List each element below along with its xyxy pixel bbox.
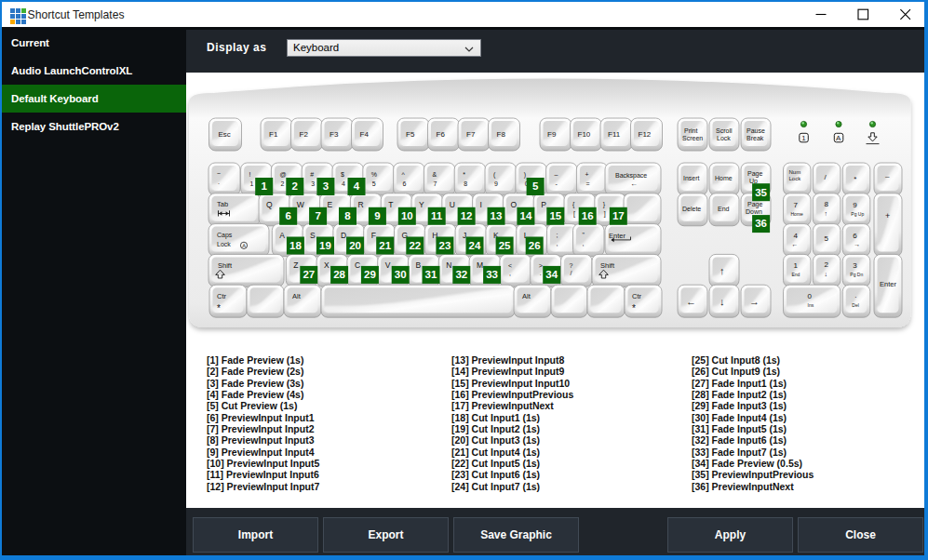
svg-text:*: * — [854, 175, 856, 183]
svg-text:Caps: Caps — [217, 232, 233, 239]
svg-text:2: 2 — [824, 260, 828, 269]
svg-text:23: 23 — [439, 240, 451, 251]
svg-text:#: # — [310, 171, 314, 178]
svg-text:–: – — [885, 172, 890, 180]
svg-text:19: 19 — [319, 240, 331, 251]
svg-text:X: X — [324, 260, 330, 270]
svg-text:1: 1 — [801, 134, 806, 142]
svg-text:Break: Break — [746, 135, 764, 141]
svg-text:A: A — [279, 231, 285, 240]
svg-text:←: ← — [792, 241, 799, 247]
svg-text:Scroll: Scroll — [716, 127, 733, 134]
svg-text:32: 32 — [455, 269, 467, 280]
svg-text:*: * — [632, 303, 636, 313]
svg-text:Insert: Insert — [683, 175, 700, 181]
svg-text:Alt: Alt — [292, 292, 302, 300]
svg-text:8: 8 — [824, 200, 828, 208]
svg-text:Pg Up: Pg Up — [851, 211, 864, 217]
svg-text:16: 16 — [582, 210, 594, 221]
svg-text:[: [ — [573, 210, 575, 218]
svg-text:+: + — [585, 171, 588, 178]
svg-text:7: 7 — [794, 201, 799, 209]
svg-text:): ) — [524, 171, 526, 179]
svg-text:Print: Print — [684, 127, 697, 134]
svg-text:End: End — [718, 206, 730, 212]
svg-text:F7: F7 — [466, 130, 476, 139]
svg-text:Enter: Enter — [880, 280, 896, 288]
svg-text:22: 22 — [409, 240, 421, 251]
svg-text:Delete: Delete — [682, 206, 701, 212]
svg-text:]: ] — [604, 210, 606, 218]
svg-text:O: O — [510, 200, 517, 209]
svg-text:Screen: Screen — [682, 135, 703, 141]
svg-text:>: > — [539, 262, 543, 269]
svg-text:%: % — [371, 171, 377, 178]
svg-text:T: T — [388, 200, 393, 209]
svg-text:D: D — [341, 231, 346, 240]
svg-text:A: A — [242, 243, 246, 248]
svg-text:~: ~ — [217, 170, 221, 177]
svg-text:5: 5 — [532, 180, 539, 192]
svg-text:Pg Dn: Pg Dn — [850, 272, 863, 277]
svg-text:9: 9 — [494, 180, 498, 187]
svg-text:6: 6 — [403, 180, 407, 187]
svg-text:←: ← — [630, 180, 638, 188]
svg-text:F4: F4 — [360, 130, 370, 139]
svg-text:6: 6 — [285, 210, 290, 221]
svg-text:W: W — [297, 200, 304, 209]
svg-text:Ctr: Ctr — [217, 292, 227, 300]
svg-text:Shift: Shift — [600, 261, 615, 270]
svg-text:4: 4 — [794, 232, 799, 240]
svg-text:P: P — [541, 200, 546, 209]
svg-text:18: 18 — [289, 240, 302, 251]
svg-text:12: 12 — [461, 210, 473, 221]
svg-text:28: 28 — [333, 269, 345, 280]
svg-text:→: → — [749, 296, 760, 307]
svg-text:F5: F5 — [406, 130, 415, 139]
svg-text:8: 8 — [464, 180, 467, 187]
svg-text:36: 36 — [755, 218, 767, 229]
svg-text:Lock: Lock — [789, 176, 802, 181]
svg-text:11: 11 — [431, 210, 443, 221]
svg-text:;: ; — [557, 232, 558, 238]
svg-text:Alt: Alt — [522, 292, 531, 300]
svg-text:*: * — [463, 171, 465, 178]
svg-text:U: U — [450, 200, 455, 209]
svg-text:2: 2 — [292, 180, 298, 192]
svg-text:Lock: Lock — [717, 135, 731, 141]
svg-text:Y: Y — [419, 200, 424, 209]
svg-text:30: 30 — [395, 269, 407, 280]
svg-text:F6: F6 — [437, 130, 446, 139]
svg-text:Enter: Enter — [609, 232, 625, 240]
svg-text:7: 7 — [315, 210, 320, 221]
svg-text:F: F — [371, 231, 376, 240]
svg-text:↓: ↓ — [824, 271, 827, 277]
svg-text:Ins: Ins — [808, 302, 814, 308]
svg-text:F2: F2 — [300, 130, 309, 139]
svg-text:25: 25 — [499, 240, 511, 251]
svg-text:Home: Home — [791, 211, 804, 217]
svg-text:3: 3 — [323, 180, 329, 192]
svg-text:?: ? — [570, 262, 573, 269]
svg-text:0: 0 — [808, 292, 813, 300]
svg-text:26: 26 — [529, 240, 541, 251]
svg-text:10: 10 — [401, 210, 413, 221]
svg-text:27: 27 — [303, 269, 315, 280]
svg-text:N: N — [446, 260, 451, 270]
svg-text:Z: Z — [293, 260, 298, 270]
svg-text:I: I — [480, 200, 482, 209]
svg-text:–: – — [555, 171, 558, 178]
svg-text:.: . — [540, 270, 542, 276]
svg-text:Tab: Tab — [217, 200, 228, 208]
svg-text:F11: F11 — [608, 130, 621, 139]
svg-text:2: 2 — [280, 180, 284, 187]
svg-text:14: 14 — [520, 210, 532, 221]
svg-text:<: < — [508, 262, 512, 269]
svg-text:F8: F8 — [497, 130, 506, 139]
svg-text:Backspace: Backspace — [615, 172, 647, 180]
svg-text:.: . — [854, 291, 856, 300]
svg-text:24: 24 — [469, 240, 481, 251]
svg-text:8: 8 — [344, 210, 351, 221]
svg-text:F3: F3 — [330, 130, 339, 139]
svg-text:Shift: Shift — [218, 261, 233, 270]
